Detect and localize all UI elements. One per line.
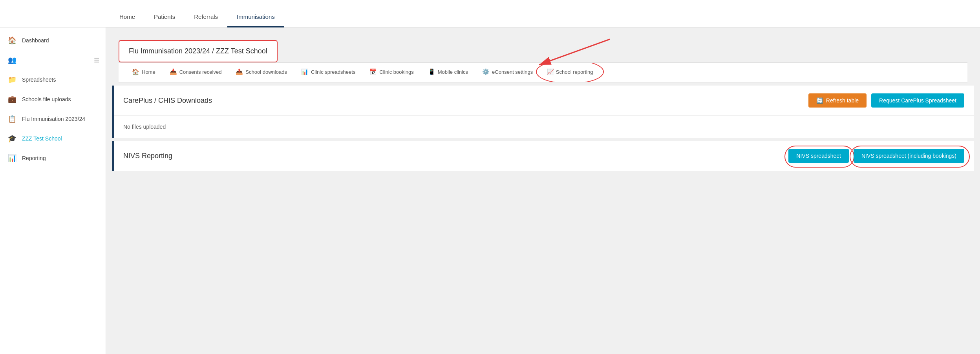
top-navigation: Home Patients Referrals Immunisations [0, 0, 980, 27]
no-files-text: No files uploaded [123, 124, 166, 130]
careplus-body: No files uploaded [114, 116, 974, 138]
sub-nav-clinic-spreadsheets-icon: 📊 [301, 68, 309, 75]
sub-nav-school-reporting-icon: 📈 [547, 68, 554, 75]
sub-nav-econsent-settings[interactable]: ⚙️ eConsent settings [475, 63, 540, 82]
page-title-box: Flu Immunisation 2023/24 / ZZZ Test Scho… [119, 40, 278, 62]
nivs-header: NIVS Reporting NIVS spreadsheet NIVS spr… [114, 141, 974, 171]
sidebar-item-schools-file-uploads[interactable]: 💼 Schools file uploads [0, 89, 106, 109]
nav-home[interactable]: Home [110, 7, 144, 27]
patients-icon: 👥 [8, 56, 16, 64]
nivs-spreadsheet-bookings-wrapper: NIVS spreadsheet (including bookings) [854, 149, 964, 163]
nivs-title: NIVS Reporting [123, 152, 172, 160]
zzz-test-school-icon: 🎓 [8, 134, 16, 143]
nivs-spreadsheet-wrapper: NIVS spreadsheet [788, 149, 849, 163]
nav-patients[interactable]: Patients [144, 7, 185, 27]
sidebar-item-reporting[interactable]: 📊 Reporting [0, 148, 106, 168]
sub-nav-mobile-clinics-icon: 📱 [428, 68, 435, 75]
sub-nav-school-reporting[interactable]: 📈 School reporting [540, 63, 600, 82]
request-careplus-label: Request CarePlus Spreadsheet [879, 97, 956, 104]
sub-nav-clinic-spreadsheets-label: Clinic spreadsheets [311, 69, 355, 75]
sidebar-item-spreadsheets[interactable]: 📁 Spreadsheets [0, 70, 106, 89]
reporting-icon: 📊 [8, 154, 16, 162]
sub-nav-school-downloads[interactable]: 📤 School downloads [229, 63, 294, 82]
sub-nav-mobile-clinics[interactable]: 📱 Mobile clinics [421, 63, 475, 82]
nav-referrals[interactable]: Referrals [185, 7, 227, 27]
nav-immunisations[interactable]: Immunisations [227, 7, 284, 27]
sidebar-label-schools-file-uploads: Schools file uploads [22, 96, 71, 102]
sub-nav-clinic-spreadsheets[interactable]: 📊 Clinic spreadsheets [294, 63, 362, 82]
sub-nav-home-label: Home [142, 69, 155, 75]
sidebar-item-zzz-test-school[interactable]: 🎓 ZZZ Test School [0, 129, 106, 148]
schools-file-uploads-icon: 💼 [8, 95, 16, 104]
sub-navigation: 🏠 Home 📥 Consents received 📤 School down… [119, 62, 967, 82]
sub-nav-clinic-bookings-icon: 📅 [369, 68, 377, 75]
sidebar: 🏠 Dashboard 👥 ☰ 📁 Spreadsheets 💼 Schools… [0, 27, 106, 354]
content-area: Flu Immunisation 2023/24 / ZZZ Test Scho… [106, 27, 980, 354]
title-section: Flu Immunisation 2023/24 / ZZZ Test Scho… [106, 27, 980, 82]
nivs-spreadsheet-bookings-button[interactable]: NIVS spreadsheet (including bookings) [854, 149, 964, 163]
sub-nav-consents-label: Consents received [179, 69, 222, 75]
sub-nav-downloads-icon: 📤 [236, 68, 243, 75]
sub-nav-home-icon: 🏠 [132, 68, 139, 75]
flu-immunisation-icon: 📋 [8, 115, 16, 123]
nivs-spreadsheet-button[interactable]: NIVS spreadsheet [788, 149, 849, 163]
sidebar-label-reporting: Reporting [22, 155, 46, 161]
dashboard-icon: 🏠 [8, 36, 16, 45]
sub-nav-downloads-label: School downloads [245, 69, 287, 75]
sidebar-label-zzz-test-school: ZZZ Test School [22, 135, 62, 142]
sidebar-item-dashboard[interactable]: 🏠 Dashboard [0, 31, 106, 50]
spreadsheets-icon: 📁 [8, 75, 16, 84]
sub-nav-mobile-clinics-label: Mobile clinics [438, 69, 468, 75]
sidebar-label-dashboard: Dashboard [22, 37, 49, 44]
patients-menu-icon: ☰ [94, 57, 99, 64]
sub-nav-clinic-bookings[interactable]: 📅 Clinic bookings [362, 63, 421, 82]
sidebar-item-patients[interactable]: 👥 ☰ [0, 50, 106, 70]
careplus-title: CarePlus / CHIS Downloads [123, 97, 212, 105]
sub-nav-school-reporting-label: School reporting [556, 69, 593, 75]
request-careplus-button[interactable]: Request CarePlus Spreadsheet [871, 93, 964, 108]
careplus-header: CarePlus / CHIS Downloads 🔄 Refresh tabl… [114, 86, 974, 116]
sub-nav-clinic-bookings-label: Clinic bookings [379, 69, 413, 75]
svg-line-1 [539, 39, 610, 65]
nivs-actions: NIVS spreadsheet NIVS spreadsheet (inclu… [788, 149, 964, 163]
sub-nav-consents-icon: 📥 [170, 68, 177, 75]
nivs-spreadsheet-bookings-label: NIVS spreadsheet (including bookings) [861, 153, 956, 159]
nivs-spreadsheet-label: NIVS spreadsheet [796, 153, 841, 159]
careplus-section: CarePlus / CHIS Downloads 🔄 Refresh tabl… [112, 86, 974, 138]
sidebar-label-flu-immunisation: Flu Immunisation 2023/24 [22, 116, 85, 122]
sub-nav-consents-received[interactable]: 📥 Consents received [163, 63, 229, 82]
refresh-icon: 🔄 [816, 97, 823, 104]
page-title: Flu Immunisation 2023/24 / ZZZ Test Scho… [129, 47, 267, 55]
sidebar-label-spreadsheets: Spreadsheets [22, 77, 56, 83]
sub-nav-econsent-icon: ⚙️ [482, 68, 490, 75]
sidebar-item-flu-immunisation[interactable]: 📋 Flu Immunisation 2023/24 [0, 109, 106, 129]
sub-nav-home[interactable]: 🏠 Home [125, 63, 163, 82]
refresh-table-label: Refresh table [826, 97, 859, 104]
nivs-section: NIVS Reporting NIVS spreadsheet NIVS spr… [112, 141, 974, 171]
careplus-actions: 🔄 Refresh table Request CarePlus Spreads… [808, 93, 964, 108]
main-layout: 🏠 Dashboard 👥 ☰ 📁 Spreadsheets 💼 Schools… [0, 27, 980, 354]
sub-nav-econsent-label: eConsent settings [492, 69, 533, 75]
refresh-table-button[interactable]: 🔄 Refresh table [808, 93, 867, 108]
